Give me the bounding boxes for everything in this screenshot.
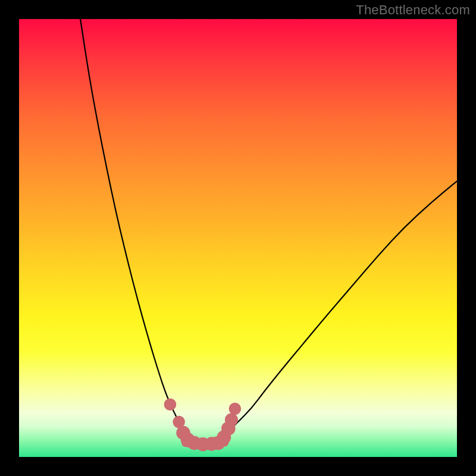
watermark-text: TheBottleneck.com bbox=[356, 2, 470, 18]
marker-group bbox=[164, 398, 242, 451]
data-marker bbox=[225, 413, 238, 426]
data-marker bbox=[229, 403, 242, 415]
curve-left bbox=[80, 19, 183, 431]
curve-right bbox=[229, 181, 457, 431]
chart-svg bbox=[19, 19, 457, 457]
chart-canvas bbox=[19, 19, 457, 457]
data-marker bbox=[164, 398, 177, 411]
